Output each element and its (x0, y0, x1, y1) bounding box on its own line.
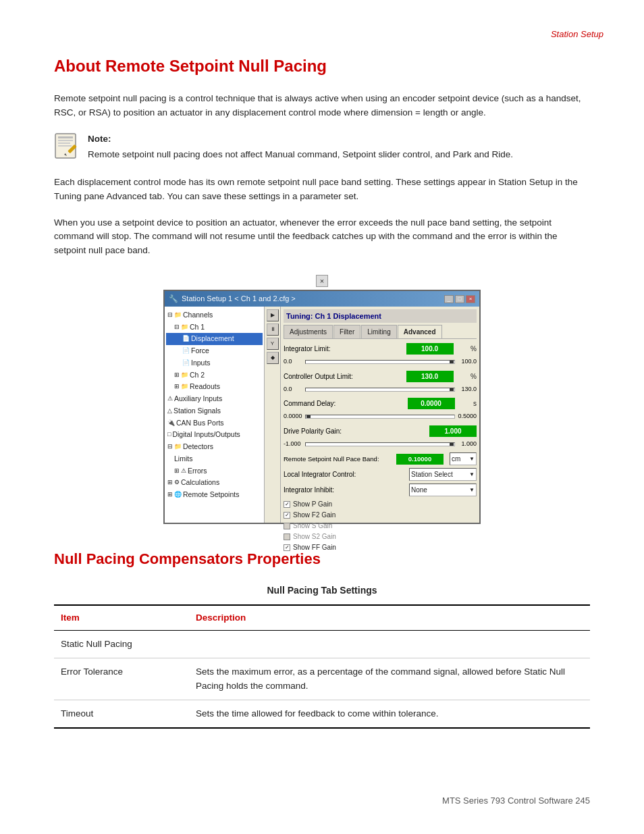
setting-null-pace-band: Remote Setpoint Null Pace Band: 0.10000 … (284, 452, 477, 465)
checkbox-p-gain-input[interactable]: ✓ (284, 501, 290, 508)
checkbox-s2-gain: Show S2 Gain (284, 531, 477, 542)
combo-arrow-icon: ▼ (469, 455, 475, 463)
slider-max-label: 100.0 (456, 357, 477, 367)
integrator-limit-slider[interactable] (305, 360, 455, 364)
local-integrator-value: Station Select (411, 469, 453, 479)
controller-output-value: 130.0 (406, 371, 454, 382)
svg-rect-1 (58, 136, 73, 138)
row1-description (189, 631, 590, 658)
tree-item-readouts[interactable]: ⊞ 📁 Readouts (166, 381, 263, 393)
slider-min-label3: 0.0000 (284, 412, 304, 421)
tree-item-channels[interactable]: ⊟ 📁 Channels (166, 309, 263, 321)
integrator-inhibit-combo[interactable]: None ▼ (409, 484, 477, 496)
restore-button[interactable]: □ (455, 295, 464, 303)
toolbar-btn-3[interactable]: Y (267, 338, 279, 350)
row3-item: Timeout (54, 700, 189, 728)
null-pace-band-value: 0.10000 (396, 454, 444, 465)
tree-item-force[interactable]: 📄 Force (166, 345, 263, 357)
toolbar-buttons: ▶ ⏸ Y ◆ (265, 307, 281, 523)
expand-icon: ⊞ (167, 490, 173, 500)
tree-label: Detectors (183, 442, 213, 452)
row3-description: Sets the time allowed for feedback to co… (189, 700, 590, 728)
drive-polarity-slider[interactable] (305, 442, 455, 446)
tree-label: Digital Inputs/Outputs (172, 429, 240, 440)
command-delay-slider[interactable] (305, 415, 455, 419)
tree-label: Auxiliary Inputs (174, 394, 222, 405)
tab-filter[interactable]: Filter (333, 325, 360, 338)
tree-item-displacement[interactable]: 📄 Displacement (166, 333, 263, 345)
tree-item-auxiliary[interactable]: ⚠ Auxiliary Inputs (166, 393, 263, 405)
tree-label: Errors (188, 466, 207, 477)
close-icon: × (320, 276, 324, 287)
integrator-limit-slider-row: 0.0 100.0 (284, 357, 477, 367)
tab-advanced[interactable]: Advanced (398, 325, 442, 338)
window-controls: _ □ × (444, 295, 475, 303)
toolbar-btn-2[interactable]: ⏸ (267, 323, 279, 336)
checkbox-p-gain: ✓ Show P Gain (284, 499, 477, 509)
tree-item-errors[interactable]: ⊞ ⚠ Errors (166, 465, 263, 477)
window-close-button[interactable]: × (466, 295, 475, 303)
tree-item-limits[interactable]: Limits (166, 453, 263, 465)
controller-output-unit: % (471, 371, 477, 382)
screenshot-container: × 🔧 Station Setup 1 < Ch 1 and 2.cfg > _… (54, 275, 590, 524)
right-panel: Tuning: Ch 1 Displacement Adjustments Fi… (281, 307, 479, 523)
tree-item-ch2[interactable]: ⊞ 📁 Ch 2 (166, 369, 263, 382)
tree-item-remote-setpoints[interactable]: ⊞ 🌐 Remote Setpoints (166, 489, 263, 501)
tree-label: Limits (174, 454, 192, 465)
minimize-button[interactable]: _ (444, 295, 454, 303)
integrator-limit-value: 100.0 (406, 343, 454, 355)
tree-item-ch1[interactable]: ⊟ 📁 Ch 1 (166, 321, 263, 334)
window-icon: 🔧 (169, 293, 178, 305)
tab-limiting[interactable]: Limiting (361, 325, 396, 338)
tree-label: Remote Setpoints (183, 490, 239, 500)
table-title: Null Pacing Tab Settings (54, 583, 590, 598)
tree-item-station-signals[interactable]: △ Station Signals (166, 405, 263, 417)
table-header-description: Description (189, 605, 590, 631)
setting-command-delay: Command Delay: 0.0000 s (284, 398, 477, 409)
expand-icon: ⊟ (174, 323, 180, 332)
controller-output-slider[interactable] (305, 388, 455, 392)
body-paragraph-3: When you use a setpoint device to positi… (54, 216, 590, 259)
app-window: 🔧 Station Setup 1 < Ch 1 and 2.cfg > _ □… (163, 290, 481, 524)
tree-item-detectors[interactable]: ⊟ 📁 Detectors (166, 441, 263, 453)
toolbar-btn-1[interactable]: ▶ (267, 309, 279, 321)
table-header-item: Item (54, 605, 189, 631)
window-body: ⊟ 📁 Channels ⊟ 📁 Ch 1 📄 Displacement (165, 307, 479, 523)
null-pace-unit-combo[interactable]: cm ▼ (450, 452, 477, 465)
drive-polarity-label: Drive Polarity Gain: (284, 426, 392, 436)
command-delay-value: 0.0000 (408, 398, 455, 409)
tree-panel: ⊟ 📁 Channels ⊟ 📁 Ch 1 📄 Displacement (165, 307, 265, 523)
combo-arrow-icon2: ▼ (469, 471, 475, 479)
tree-item-inputs[interactable]: 📄 Inputs (166, 357, 263, 369)
note-box: Note: Remote setpoint null pacing does n… (54, 132, 590, 162)
note-icon (54, 132, 80, 161)
tab-adjustments[interactable]: Adjustments (284, 325, 333, 338)
tree-item-can[interactable]: 🔌 CAN Bus Ports (166, 417, 263, 429)
null-pace-band-label: Remote Setpoint Null Pace Band: (284, 454, 392, 464)
integrator-limit-label: Integrator Limit: (284, 344, 392, 354)
checkbox-f2-gain-input[interactable]: ✓ (284, 512, 290, 519)
integrator-inhibit-value: None (411, 485, 427, 495)
row1-item: Static Null Pacing (54, 631, 189, 658)
expand-icon: ⊞ (174, 467, 180, 476)
tree-item-digital[interactable]: □ Digital Inputs/Outputs (166, 429, 263, 441)
tree-label: Channels (183, 310, 213, 321)
table-row: Timeout Sets the time allowed for feedba… (54, 700, 590, 728)
close-x-button[interactable]: × (316, 275, 328, 287)
body-paragraph-1: Remote setpoint null pacing is a control… (54, 92, 590, 120)
command-delay-unit: s (473, 398, 477, 409)
tree-item-calculations[interactable]: ⊞ ⚙ Calculations (166, 477, 263, 489)
local-integrator-combo[interactable]: Station Select ▼ (409, 468, 477, 481)
tabs-row: Adjustments Filter Limiting Advanced (284, 325, 477, 339)
checkbox-s-gain-input[interactable] (284, 523, 290, 529)
integrator-inhibit-label: Integrator Inhibit: (284, 485, 392, 495)
setting-integrator-inhibit: Integrator Inhibit: None ▼ (284, 484, 477, 496)
tree-label: Displacement (191, 334, 234, 344)
checkbox-s2-gain-input[interactable] (284, 533, 290, 540)
tree-label: Force (191, 346, 209, 357)
expand-icon: ⊟ (167, 311, 173, 320)
note-text: Remote setpoint null pacing does not aff… (88, 149, 513, 159)
setting-drive-polarity: Drive Polarity Gain: 1.000 (284, 425, 477, 437)
toolbar-btn-4[interactable]: ◆ (267, 352, 279, 364)
command-delay-slider-row: 0.0000 0.5000 (284, 412, 477, 421)
